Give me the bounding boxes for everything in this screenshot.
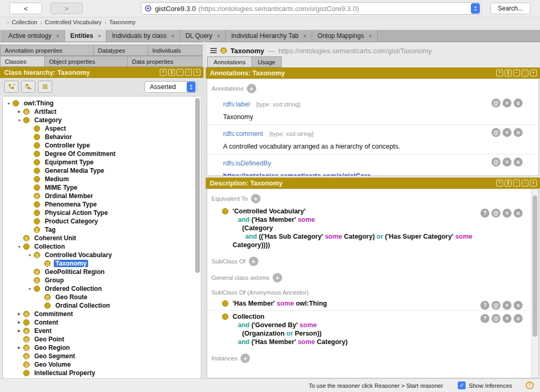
tab-ontop-mappings[interactable]: Ontop Mappings× xyxy=(312,30,378,42)
tree-row-category[interactable]: ▼Category xyxy=(3,116,201,124)
ontology-selector-stepper[interactable]: ▲ ▼ xyxy=(471,3,480,14)
tab-dl-query[interactable]: DL Query× xyxy=(180,30,226,42)
tree-row-geo-segment[interactable]: Geo Segment xyxy=(3,352,201,360)
delete-button[interactable]: × xyxy=(503,314,512,323)
tree-row-commitment[interactable]: ▶Commitment xyxy=(3,310,201,318)
close-icon[interactable]: × xyxy=(530,180,537,187)
show-inferences-checkbox[interactable]: ✓ xyxy=(458,381,466,389)
tree-row-phenomena-type[interactable]: Phenomena Type xyxy=(3,200,201,209)
breadcrumb-item-collection[interactable]: Collection xyxy=(12,19,37,25)
maximize-icon[interactable]: □ xyxy=(185,69,192,76)
expand-arrow-icon[interactable]: ▼ xyxy=(16,245,22,249)
search-button[interactable]: Search... xyxy=(490,3,531,14)
tree-row-group[interactable]: Group xyxy=(3,276,201,285)
tree-row-geo-volume[interactable]: Geo Volume xyxy=(3,360,201,369)
delete-button[interactable]: × xyxy=(503,209,512,218)
delete-button[interactable]: × xyxy=(503,99,512,107)
annotate-button[interactable]: @ xyxy=(491,314,500,323)
add-subclass-of-button[interactable]: + xyxy=(249,257,258,266)
close-tab-icon[interactable]: × xyxy=(98,33,101,39)
annotation-property[interactable]: rdfs:comment xyxy=(223,130,263,138)
collapse-arrow-icon[interactable]: ▶ xyxy=(16,346,22,350)
tree-row-geo-point[interactable]: Geo Point xyxy=(3,335,201,344)
tree-row-equipment-type[interactable]: Equipment Type xyxy=(3,158,201,166)
tree-row-tag[interactable]: Tag xyxy=(3,226,201,234)
edit-button[interactable]: o xyxy=(514,209,523,218)
annotation-property[interactable]: rdfs:label xyxy=(223,101,250,108)
close-tab-icon[interactable]: × xyxy=(171,33,175,39)
edit-button[interactable]: o xyxy=(514,99,523,107)
collapse-arrow-icon[interactable]: ▶ xyxy=(16,110,22,114)
tree-row-general-media-type[interactable]: General Media Type xyxy=(3,166,201,175)
help-icon[interactable]: ? xyxy=(496,70,503,76)
close-tab-icon[interactable]: × xyxy=(303,33,306,39)
axiom-entry[interactable]: 'Controlled Vocabulary'and ('Has Member'… xyxy=(207,205,538,252)
tab-individual-hierarchy-tab[interactable]: Individual Hierarchy Tab× xyxy=(226,30,312,42)
tab-datatypes[interactable]: Datatypes xyxy=(93,45,148,56)
close-tab-icon[interactable]: × xyxy=(217,33,220,39)
menu-icon[interactable] xyxy=(210,50,217,51)
edit-button[interactable]: o xyxy=(514,128,523,137)
tree-row-intellectual-property[interactable]: Intellectual Property xyxy=(3,369,201,377)
delete-button[interactable]: × xyxy=(503,128,512,137)
tree-row-aspect[interactable]: Aspect xyxy=(3,124,201,133)
add-annotation-button[interactable]: + xyxy=(247,84,256,93)
delete-class-button[interactable] xyxy=(38,81,52,93)
tree-scrollbar[interactable] xyxy=(195,98,200,273)
collapse-arrow-icon[interactable]: ▶ xyxy=(16,312,22,316)
maximize-icon[interactable]: □ xyxy=(522,70,528,76)
tree-row-owl-thing[interactable]: ▼owl:Thing xyxy=(3,99,201,107)
minimize-icon[interactable]: − xyxy=(513,70,520,76)
tab-individuals-by-class[interactable]: Individuals by class× xyxy=(107,30,180,42)
edit-button[interactable]: o xyxy=(514,314,523,323)
tree-row-geopolitical-region[interactable]: GeoPolitical Region xyxy=(3,268,201,276)
axiom-entry[interactable]: 'Has Member' some owl:Thing?@×o xyxy=(207,298,538,311)
annotate-button[interactable]: @ xyxy=(491,301,500,310)
edit-button[interactable]: o xyxy=(514,301,523,310)
annotation-value-link[interactable]: https://ontologies.semanticarts.com/o/gi… xyxy=(223,172,480,176)
tab-active-ontology[interactable]: Active ontology× xyxy=(3,30,65,42)
help-icon[interactable]: ? xyxy=(496,180,503,187)
close-icon[interactable]: × xyxy=(530,70,537,76)
tab-annotation-properties[interactable]: Annotation properties xyxy=(0,45,94,56)
close-tab-icon[interactable]: × xyxy=(56,33,59,39)
explain-button[interactable]: ? xyxy=(480,209,489,218)
tree-row-ordinal-collection[interactable]: Ordinal Collection xyxy=(3,301,201,310)
tree-row-medium[interactable]: Medium xyxy=(3,175,201,183)
tree-row-geo-route[interactable]: Geo Route xyxy=(3,293,201,301)
breadcrumb-item-controlled-vocabulary[interactable]: Controlled Vocabulary xyxy=(45,19,102,25)
forward-button[interactable]: > xyxy=(50,3,83,14)
maximize-icon[interactable]: □ xyxy=(522,180,528,187)
tree-row-mime-type[interactable]: MIME Type xyxy=(3,183,201,192)
tree-row-content[interactable]: ▶Content xyxy=(3,318,201,327)
minimize-icon[interactable]: − xyxy=(177,69,184,76)
tree-row-physical-action-type[interactable]: Physical Action Type xyxy=(3,209,201,217)
collapse-arrow-icon[interactable]: ▶ xyxy=(16,329,22,333)
reasoner-warning-icon[interactable]: ! xyxy=(526,381,534,389)
back-button[interactable]: < xyxy=(9,3,42,14)
breadcrumb-item-taxonomy[interactable]: Taxonomy xyxy=(109,19,136,25)
annotate-button[interactable]: @ xyxy=(491,99,500,107)
add-equivalent-to-button[interactable]: + xyxy=(251,194,261,203)
tree-row-collection[interactable]: ▼Collection xyxy=(3,242,201,251)
tab-data-properties[interactable]: Data properties xyxy=(127,56,202,67)
split-icon[interactable]: ∥ xyxy=(505,70,512,76)
expand-arrow-icon[interactable]: ▼ xyxy=(16,119,22,122)
explain-button[interactable]: ? xyxy=(480,314,489,323)
close-tab-icon[interactable]: × xyxy=(369,33,372,39)
expand-arrow-icon[interactable]: ▼ xyxy=(27,253,33,257)
tab-usage[interactable]: Usage xyxy=(252,56,282,67)
tab-annotations[interactable]: Annotations xyxy=(207,56,252,67)
help-icon[interactable]: ? xyxy=(160,69,167,76)
annotate-button[interactable]: @ xyxy=(491,209,500,218)
tree-row-product-category[interactable]: Product Category xyxy=(3,217,201,226)
tree-row-ordered-collection[interactable]: ▼Ordered Collection xyxy=(3,285,201,293)
tree-row-coherent-unit[interactable]: Coherent Unit xyxy=(3,234,201,242)
annotate-button[interactable]: @ xyxy=(491,158,500,166)
hierarchy-view-selector[interactable]: Asserted ▲ ▼ xyxy=(144,81,197,93)
tab-entities[interactable]: Entities× xyxy=(65,30,107,42)
add-instances-button[interactable]: + xyxy=(240,354,250,363)
tree-row-controller-type[interactable]: Controller type xyxy=(3,141,201,150)
tree-row-degree-of-commitment[interactable]: Degree Of Commitment xyxy=(3,150,201,158)
edit-button[interactable]: o xyxy=(514,158,523,166)
